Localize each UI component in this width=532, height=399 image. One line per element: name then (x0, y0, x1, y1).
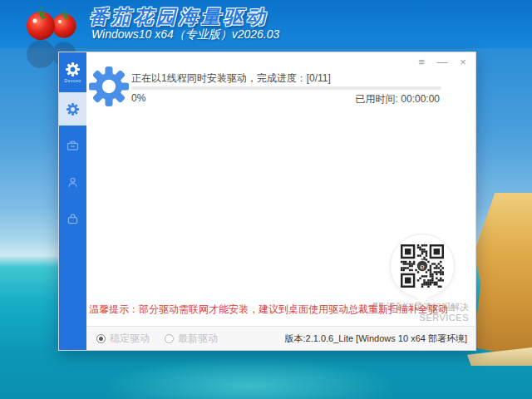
menu-button[interactable]: ≡ (414, 54, 429, 69)
qr-code: e e (401, 244, 444, 288)
sidebar-item-security[interactable] (59, 202, 86, 235)
version-text: 版本:2.1.0.6_Lite [Windows 10 x64 部署环境] (285, 332, 467, 345)
logo-gear-icon (66, 62, 80, 76)
app-header: 番茄花园海量驱动 Windows10 x64（专业版）v2026.03 (0, 0, 532, 48)
app-subtitle: Windows10 x64（专业版）v2026.03 (91, 27, 279, 42)
sidebar-item-users[interactable] (59, 165, 86, 199)
progress-bar (131, 86, 441, 90)
radio-latest-driver[interactable]: 最新驱动 (165, 332, 218, 346)
install-gear-icon (89, 66, 129, 106)
svg-text:e: e (420, 262, 425, 271)
driver-mode-radios: 稳定驱动 最新驱动 (96, 332, 218, 346)
install-status-text: 正在以1线程同时安装驱动，完成进度：[0/11] (131, 71, 331, 86)
sidebar: Devceo (59, 52, 86, 350)
radio-dot (96, 334, 106, 343)
radio-stable-driver[interactable]: 稳定驱动 (96, 332, 150, 346)
sidebar-item-toolbox[interactable] (59, 129, 86, 162)
radio-label: 最新驱动 (178, 332, 218, 346)
bag-icon (66, 213, 79, 225)
qr-bubble: e e (390, 234, 455, 298)
footer-bar: 稳定驱动 最新驱动 版本:2.1.0.6_Lite [Windows 10 x6… (86, 326, 475, 350)
user-icon (66, 176, 79, 189)
sidebar-logo: Devceo (59, 52, 86, 92)
driver-installer-window: Devceo ≡ — × (58, 52, 476, 351)
radio-label: 稳定驱动 (110, 332, 150, 346)
elapsed-time: 已用时间: 00:00:00 (356, 92, 440, 106)
progress-percent: 0% (131, 92, 145, 104)
window-controls: ≡ — × (414, 54, 470, 69)
sea-glow (100, 357, 399, 399)
warning-tip: 温馨提示：部分驱动需联网才能安装，建议到桌面使用驱动总裁重新扫描补全驱动 (89, 303, 448, 317)
minimize-button[interactable]: — (435, 54, 450, 69)
sidebar-item-install[interactable] (59, 92, 86, 126)
close-button[interactable]: × (456, 54, 470, 69)
cliff-rocks (472, 193, 532, 359)
tomato-logo-icon (22, 2, 83, 44)
app-title: 番茄花园海量驱动 (89, 4, 268, 30)
logo-text: Devceo (65, 78, 81, 83)
radio-dot (165, 334, 174, 343)
toolbox-icon (66, 140, 79, 152)
gear-icon (66, 103, 79, 116)
